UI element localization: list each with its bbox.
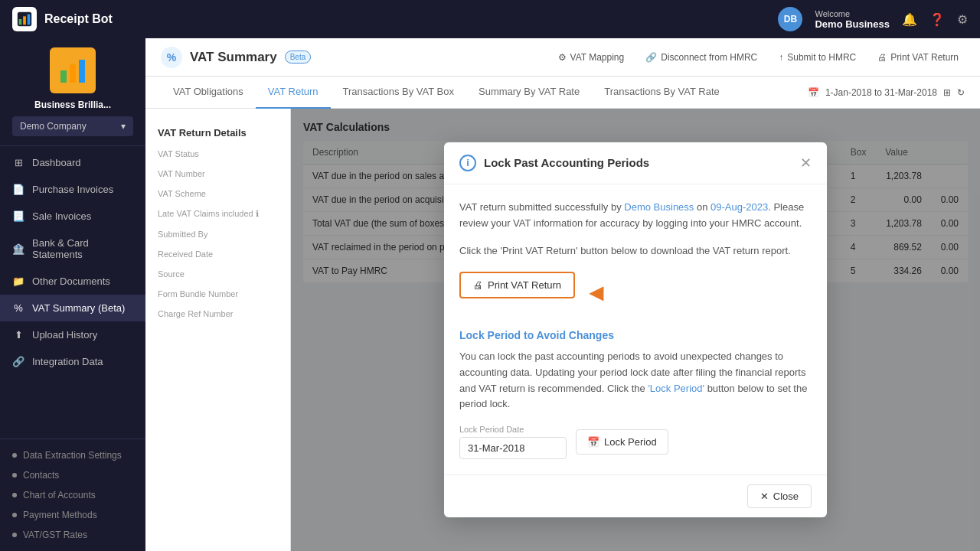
detail-vat-number: VAT Number: [145, 165, 290, 184]
submit-hmrc-button[interactable]: ↑ Submit to HMRC: [773, 49, 862, 66]
user-welcome: Welcome Demo Business: [815, 9, 890, 30]
sidebar-item-sale-invoices[interactable]: 📃 Sale Invoices: [0, 203, 145, 230]
page-header: % VAT Summary Beta ⚙ VAT Mapping 🔗 Disco…: [145, 38, 980, 77]
sidebar-item-vat-gst-rates[interactable]: VAT/GST Rates: [0, 525, 145, 545]
sidebar-item-bank-card[interactable]: 🏦 Bank & Card Statements: [0, 230, 145, 268]
sidebar-item-upload-history[interactable]: ⬆ Upload History: [0, 321, 145, 348]
lock-period-link[interactable]: 'Lock Period': [648, 383, 704, 394]
purchase-invoices-icon: 📄: [12, 184, 24, 195]
print-vat-return-button[interactable]: 🖨 Print VAT Return: [459, 272, 575, 298]
refresh-icon[interactable]: ↻: [957, 87, 965, 98]
tabs: VAT Obligations VAT Return Transactions …: [161, 77, 732, 109]
close-modal-button[interactable]: ✕ Close: [747, 484, 812, 508]
settings-icon[interactable]: ⚙: [957, 12, 968, 27]
sidebar-item-purchase-invoices[interactable]: 📄 Purchase Invoices: [0, 176, 145, 203]
sidebar-item-data-extraction[interactable]: Data Extraction Settings: [0, 445, 145, 465]
lock-date-input[interactable]: [459, 437, 567, 459]
user-avatar: DB: [778, 7, 802, 31]
detail-charge-ref: Charge Ref Number: [145, 305, 290, 324]
page-title: VAT Summary: [190, 50, 277, 65]
right-content: VAT Calculations Description Box Value V…: [291, 109, 980, 551]
company-logo: [50, 47, 96, 93]
notifications-icon[interactable]: 🔔: [902, 12, 917, 27]
modal-info-icon: i: [459, 155, 476, 171]
close-x-icon: ✕: [760, 491, 769, 502]
main-content: % VAT Summary Beta ⚙ VAT Mapping 🔗 Disco…: [145, 38, 980, 551]
tab-transactions-vat-box[interactable]: Transactions By VAT Box: [331, 77, 466, 109]
svg-rect-6: [79, 60, 85, 83]
submit-icon: ↑: [779, 52, 783, 63]
sidebar-item-label: Purchase Invoices: [32, 184, 113, 195]
print-vat-return-header-button[interactable]: 🖨 Print VAT Return: [871, 49, 965, 66]
sidebar-item-label: Other Documents: [32, 276, 110, 287]
page-icon: %: [161, 47, 182, 68]
modal-close-button[interactable]: ✕: [800, 155, 812, 171]
sidebar-item-payment-methods[interactable]: Payment Methods: [0, 505, 145, 525]
vat-icon: %: [12, 302, 24, 314]
tab-transactions-vat-rate[interactable]: Transactions By VAT Rate: [592, 77, 732, 109]
sidebar: Business Brillia... Demo Company ▾ ⊞ Das…: [0, 38, 145, 551]
main-layout: Business Brillia... Demo Company ▾ ⊞ Das…: [0, 38, 980, 551]
detail-late-vat: Late VAT Claims included ℹ: [145, 204, 290, 225]
tabs-bar: VAT Obligations VAT Return Transactions …: [145, 77, 980, 109]
calendar-lock-icon: 📅: [587, 436, 599, 448]
modal-title: Lock Past Accounting Periods: [484, 156, 792, 169]
page-title-area: % VAT Summary Beta: [161, 47, 311, 68]
modal-overlay: i Lock Past Accounting Periods ✕ VAT ret…: [291, 109, 980, 551]
top-navigation: Receipt Bot DB Welcome Demo Business 🔔 ❓…: [0, 0, 980, 38]
app-name: Receipt Bot: [44, 12, 113, 26]
content-area: VAT Return Details VAT Status VAT Number…: [145, 109, 980, 551]
lock-periods-modal: i Lock Past Accounting Periods ✕ VAT ret…: [444, 142, 827, 518]
sidebar-item-integration-data[interactable]: 🔗 Integration Data: [0, 348, 145, 375]
lock-period-button[interactable]: 📅 Lock Period: [576, 429, 668, 455]
lock-row: Lock Period Date 📅 Lock Period: [459, 425, 812, 459]
help-icon[interactable]: ❓: [929, 12, 945, 27]
lock-section-title: Lock Period to Avoid Changes: [459, 329, 812, 341]
dot-icon: [12, 533, 17, 537]
sidebar-item-dashboard[interactable]: ⊞ Dashboard: [0, 149, 145, 176]
detail-vat-scheme: VAT Scheme: [145, 184, 290, 204]
modal-submission-text: VAT return submitted successfully by Dem…: [459, 200, 812, 232]
print-icon: 🖨: [877, 52, 887, 63]
bank-icon: 🏦: [12, 243, 24, 255]
company-selector[interactable]: Demo Company ▾: [12, 116, 133, 136]
detail-source: Source: [145, 265, 290, 285]
sidebar-item-other-documents[interactable]: 📁 Other Documents: [0, 268, 145, 295]
vat-mapping-icon: ⚙: [558, 52, 567, 63]
tab-summary-vat-rate[interactable]: Summary By VAT Rate: [466, 77, 592, 109]
svg-rect-4: [60, 70, 67, 83]
app-logo: [12, 7, 37, 31]
dashboard-icon: ⊞: [12, 157, 24, 168]
modal-body: VAT return submitted successfully by Dem…: [444, 184, 827, 475]
lock-description: You can lock the past accounting periods…: [459, 349, 812, 412]
modal-footer: ✕ Close: [444, 474, 827, 517]
sidebar-item-contacts[interactable]: Contacts: [0, 465, 145, 485]
sidebar-item-label: Bank & Card Statements: [32, 237, 133, 260]
folder-icon: 📁: [12, 276, 24, 287]
submitted-date-link[interactable]: 09-Aug-2023: [710, 201, 768, 213]
disconnect-icon: 🔗: [645, 52, 657, 63]
arrow-icon: ◄: [584, 279, 609, 307]
tab-vat-obligations[interactable]: VAT Obligations: [161, 77, 256, 109]
vat-mapping-button[interactable]: ⚙ VAT Mapping: [552, 49, 631, 66]
detail-submitted-by: Submitted By: [145, 225, 290, 245]
grid-icon[interactable]: ⊞: [943, 87, 951, 98]
upload-icon: ⬆: [12, 329, 24, 341]
sidebar-item-chart-of-accounts[interactable]: Chart of Accounts: [0, 485, 145, 505]
tab-vat-return[interactable]: VAT Return: [256, 77, 331, 109]
page-actions: ⚙ VAT Mapping 🔗 Disconnect from HMRC ↑ S…: [552, 49, 965, 66]
sidebar-bottom-label: Data Extraction Settings: [23, 450, 122, 461]
svg-rect-2: [23, 16, 26, 24]
company-name: Business Brillia...: [12, 99, 133, 110]
disconnect-hmrc-button[interactable]: 🔗 Disconnect from HMRC: [639, 49, 763, 66]
dot-icon: [12, 493, 17, 497]
demo-business-link[interactable]: Demo Business: [624, 201, 694, 213]
dot-icon: [12, 513, 17, 517]
sidebar-item-label: Dashboard: [32, 157, 81, 168]
sidebar-item-vat-summary[interactable]: % VAT Summary (Beta): [0, 295, 145, 321]
calendar-icon: 📅: [808, 87, 819, 98]
modal-print-instruction: Click the 'Print VAT Return' button belo…: [459, 243, 812, 259]
sidebar-bottom-label: Contacts: [23, 470, 59, 481]
detail-form-bundle: Form Bundle Number: [145, 285, 290, 305]
date-range: 📅 1-Jan-2018 to 31-Mar-2018 ⊞ ↻: [808, 87, 965, 98]
